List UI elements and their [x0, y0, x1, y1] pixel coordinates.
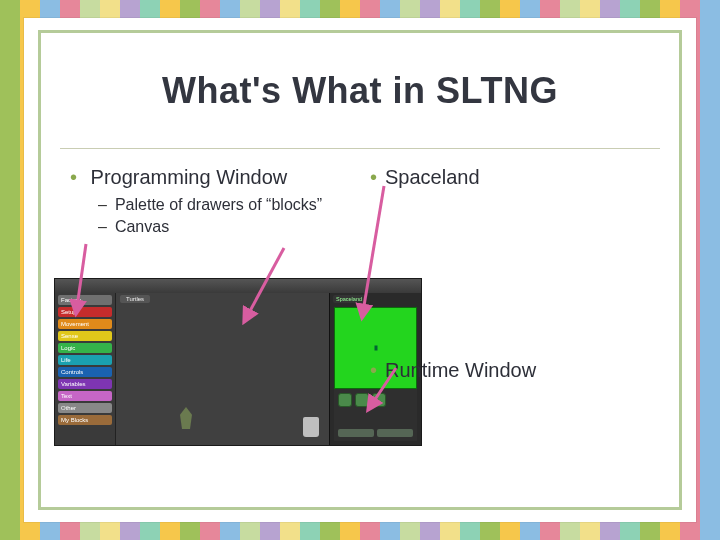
- left-column: Programming Window Palette of drawers of…: [70, 166, 350, 492]
- mock-drawer: My Blocks: [58, 415, 112, 425]
- bullet-text: Programming Window: [91, 166, 288, 188]
- mock-drawer: Logic: [58, 343, 112, 353]
- mock-drawer: Text: [58, 391, 112, 401]
- subbullet-canvas: Canvas: [98, 217, 350, 237]
- mock-runtime-btn: [338, 393, 352, 407]
- mock-palette: FactorySetupMovementSenseLogicLifeContro…: [55, 293, 115, 445]
- mock-spaceland-tab: Spaceland: [333, 295, 365, 303]
- app-screenshot-mock: FactorySetupMovementSenseLogicLifeContro…: [54, 278, 422, 446]
- mock-drawer: Controls: [58, 367, 112, 377]
- title-rule: [60, 148, 660, 149]
- mock-drawer: Movement: [58, 319, 112, 329]
- mock-drawer: Life: [58, 355, 112, 365]
- bullet-programming-window: Programming Window Palette of drawers of…: [70, 166, 350, 237]
- mock-canvas-tab: Turtles: [120, 295, 150, 303]
- mock-drawer: Sense: [58, 331, 112, 341]
- mock-ctrl: [338, 429, 374, 437]
- bullet-spaceland: Spaceland: [370, 166, 650, 189]
- right-column: Spaceland Runtime Window: [370, 166, 650, 492]
- mock-drawer: Other: [58, 403, 112, 413]
- content-area: Programming Window Palette of drawers of…: [70, 166, 650, 492]
- slide-body: What's What in SLTNG Programming Window …: [24, 18, 696, 522]
- slide-title: What's What in SLTNG: [24, 70, 696, 112]
- subbullet-palette: Palette of drawers of “blocks”: [98, 195, 350, 215]
- mock-drawer: Variables: [58, 379, 112, 389]
- mock-runtime-btn: [355, 393, 369, 407]
- mock-drawer: Setup: [58, 307, 112, 317]
- mock-trash-icon: [303, 417, 319, 437]
- mock-drawer: Factory: [58, 295, 112, 305]
- bullet-runtime-window: Runtime Window: [370, 359, 650, 382]
- mock-canvas: Turtles: [115, 293, 329, 445]
- mock-titlebar: [55, 279, 421, 293]
- mock-turtle-shape: [176, 407, 196, 429]
